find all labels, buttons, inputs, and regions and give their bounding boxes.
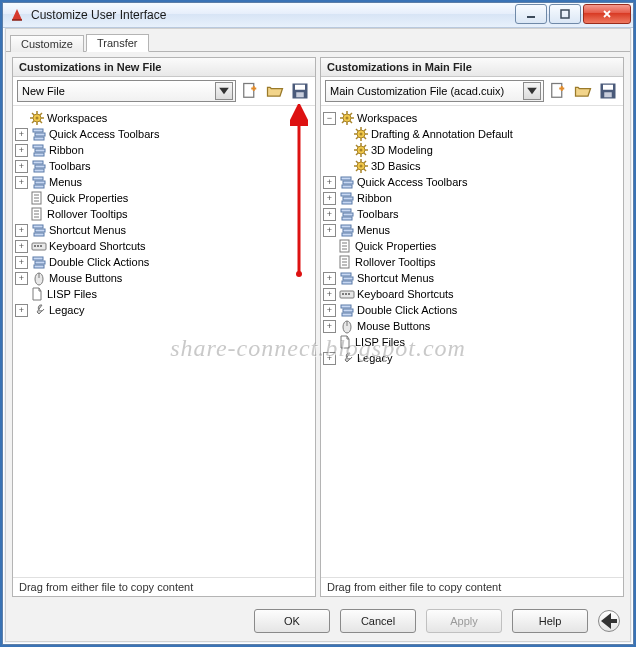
tree-node[interactable]: LISP Files	[15, 286, 313, 302]
collapse-icon[interactable]: −	[323, 112, 336, 125]
tab-customize[interactable]: Customize	[10, 35, 84, 52]
ok-button[interactable]: OK	[254, 609, 330, 633]
tree-node[interactable]: +Quick Access Toolbars	[15, 126, 313, 142]
save-file-icon[interactable]	[289, 80, 311, 102]
tree-node[interactable]: +Double Click Actions	[15, 254, 313, 270]
tree-node-label: 3D Basics	[371, 160, 421, 172]
svg-rect-48	[552, 84, 562, 98]
right-file-dropdown[interactable]: Main Customization File (acad.cuix)	[325, 80, 544, 102]
tree-node[interactable]: Rollover Tooltips	[15, 206, 313, 222]
left-footer: Drag from either file to copy content	[13, 577, 315, 596]
tree-node[interactable]: +Ribbon	[323, 190, 621, 206]
expand-icon[interactable]: +	[15, 160, 28, 173]
left-file-dropdown[interactable]: New File	[17, 80, 236, 102]
expand-icon[interactable]: +	[15, 304, 28, 317]
tree-node[interactable]: +Mouse Buttons	[15, 270, 313, 286]
svg-line-71	[356, 137, 358, 139]
svg-rect-93	[343, 181, 353, 184]
tree-node[interactable]: LISP Files	[323, 334, 621, 350]
tree-node[interactable]: +Menus	[323, 222, 621, 238]
expand-icon[interactable]: +	[323, 192, 336, 205]
tree-node[interactable]: Workspaces	[15, 110, 313, 126]
tree-node[interactable]: +Shortcut Menus	[323, 270, 621, 286]
tree-node[interactable]: Quick Properties	[323, 238, 621, 254]
tree-node[interactable]: +Keyboard Shortcuts	[15, 238, 313, 254]
svg-line-12	[32, 113, 34, 115]
expand-icon[interactable]: +	[15, 240, 28, 253]
svg-rect-45	[34, 265, 44, 268]
cancel-button[interactable]: Cancel	[340, 609, 416, 633]
window-title: Customize User Interface	[31, 8, 515, 22]
svg-rect-16	[33, 129, 43, 132]
stack-icon	[31, 126, 47, 142]
tree-node[interactable]: +Double Click Actions	[323, 302, 621, 318]
chevron-down-icon[interactable]	[523, 82, 541, 100]
svg-rect-24	[34, 169, 44, 172]
tab-transfer[interactable]: Transfer	[86, 34, 149, 52]
app-icon	[9, 7, 25, 23]
stack-icon	[31, 254, 47, 270]
open-file-icon[interactable]	[572, 80, 594, 102]
tree-node[interactable]: 3D Basics	[339, 158, 621, 174]
tree-node[interactable]: +Shortcut Menus	[15, 222, 313, 238]
expand-icon[interactable]: +	[323, 304, 336, 317]
stack-icon	[339, 270, 355, 286]
tree-node[interactable]: 3D Modeling	[339, 142, 621, 158]
expand-icon[interactable]: +	[15, 176, 28, 189]
maximize-button[interactable]	[549, 4, 581, 24]
help-button[interactable]: Help	[512, 609, 588, 633]
expand-icon[interactable]: +	[15, 256, 28, 269]
tree-node[interactable]: +Mouse Buttons	[323, 318, 621, 334]
tree-node[interactable]: +Menus	[15, 174, 313, 190]
tree-node[interactable]: +Toolbars	[323, 206, 621, 222]
gear-icon	[353, 142, 369, 158]
left-tree[interactable]: Workspaces+Quick Access Toolbars+Ribbon+…	[15, 110, 313, 318]
tree-node[interactable]: −WorkspacesDrafting & Annotation Default…	[323, 110, 621, 174]
svg-line-59	[350, 121, 352, 123]
svg-rect-96	[343, 197, 353, 200]
expand-icon[interactable]: +	[323, 224, 336, 237]
svg-rect-5	[296, 92, 304, 97]
expand-icon[interactable]: +	[15, 128, 28, 141]
new-file-icon[interactable]	[239, 80, 261, 102]
stack-icon	[31, 142, 47, 158]
tree-node[interactable]: +Legacy	[15, 302, 313, 318]
expand-icon[interactable]: +	[323, 320, 336, 333]
expand-icon[interactable]: +	[323, 208, 336, 221]
expand-icon[interactable]: +	[323, 176, 336, 189]
expand-icon[interactable]: +	[323, 352, 336, 365]
gear-icon	[353, 158, 369, 174]
expand-icon[interactable]: +	[15, 272, 28, 285]
expand-icon[interactable]: +	[15, 144, 28, 157]
tree-node[interactable]: Quick Properties	[15, 190, 313, 206]
right-tree[interactable]: −WorkspacesDrafting & Annotation Default…	[323, 110, 621, 366]
tree-spacer	[339, 161, 350, 172]
stack-icon	[31, 174, 47, 190]
expand-toggle-button[interactable]	[598, 610, 620, 632]
tree-node[interactable]: +Ribbon	[15, 142, 313, 158]
apply-button[interactable]: Apply	[426, 609, 502, 633]
new-file-icon[interactable]	[547, 80, 569, 102]
left-panel: Customizations in New File New File Work…	[12, 57, 316, 597]
close-button[interactable]	[583, 4, 631, 24]
dropdown-value: New File	[22, 85, 215, 97]
tab-label: Customize	[21, 38, 73, 50]
minimize-button[interactable]	[515, 4, 547, 24]
save-file-icon[interactable]	[597, 80, 619, 102]
chevron-down-icon[interactable]	[215, 82, 233, 100]
tree-node-label: Shortcut Menus	[357, 272, 434, 284]
tree-node[interactable]: +Keyboard Shortcuts	[323, 286, 621, 302]
tree-node[interactable]: +Toolbars	[15, 158, 313, 174]
open-file-icon[interactable]	[264, 80, 286, 102]
stack-icon	[339, 190, 355, 206]
expand-icon[interactable]: +	[323, 272, 336, 285]
expand-icon[interactable]: +	[15, 224, 28, 237]
tree-node[interactable]: Rollover Tooltips	[323, 254, 621, 270]
tree-node[interactable]: Drafting & Annotation Default	[339, 126, 621, 142]
tree-spacer	[323, 337, 334, 348]
stack-icon	[31, 158, 47, 174]
tree-node[interactable]: +Quick Access Toolbars	[323, 174, 621, 190]
expand-icon[interactable]: +	[323, 288, 336, 301]
svg-point-7	[36, 117, 39, 120]
tree-node[interactable]: +Legacy	[323, 350, 621, 366]
